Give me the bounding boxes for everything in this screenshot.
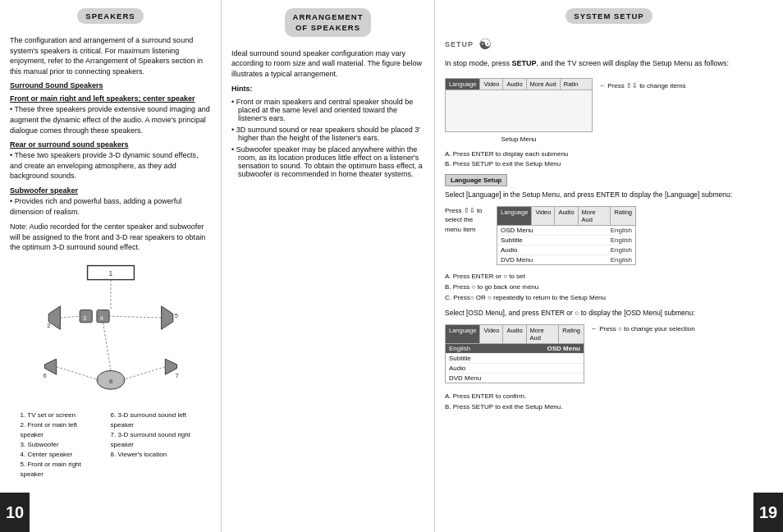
menu-tab-moread: More Aud (527, 79, 561, 89)
sub-title: Subwoofer speaker (10, 186, 211, 195)
lang-menu-box: Language Video Audio More Aud Rating OSD… (497, 206, 636, 265)
speaker-svg: 1 2 3 4 5 6 7 (29, 259, 193, 407)
caption-8: 8. Viewer's location (111, 450, 201, 460)
osd-row-dvd: DVD Menu (446, 374, 584, 383)
caption-2: 2. Front or main left speaker (21, 420, 94, 440)
caption-5: 5. Front or main right speaker (21, 460, 94, 479)
svg-text:1: 1 (108, 269, 112, 277)
lang-tab-moread: More Aud (579, 207, 611, 225)
hint-2: • 3D surround sound or rear speakers sho… (231, 126, 424, 142)
front-title: Front or main right and left speakers; c… (10, 94, 211, 103)
svg-text:3: 3 (82, 314, 85, 322)
svg-line-21 (103, 323, 110, 371)
osd-row-english: English OSD Menu (446, 344, 584, 354)
osd-submenu-wrap: Language Video Audio More Aud Rating Eng… (445, 321, 773, 387)
lang-tab-video: Video (532, 207, 555, 225)
svg-text:8: 8 (108, 378, 112, 385)
lang-note-b: B. Press ○ to go back one menu (445, 282, 773, 293)
lang-tab-audio: Audio (555, 207, 578, 225)
lang-tab-language: Language (497, 207, 532, 225)
speakers-intro: The configuration and arrangement of a s… (10, 35, 211, 76)
arrangement-intro: Ideal surround sound speaker configurati… (231, 48, 424, 80)
hint-1: • Front or main speakers and central spe… (231, 98, 424, 122)
confirm-a: A. Press ENTER to confirm. (445, 392, 773, 402)
speakers-note: Note: Audio recorded for the center spea… (10, 222, 211, 253)
speakers-header: SPEAKERS (77, 8, 143, 24)
lang-notes: A. Press ENTER or ○ to set B. Press ○ to… (445, 272, 773, 303)
lang-note-c: C. Press○ OR ○ repeatedly to return to t… (445, 293, 773, 304)
caption-3: 3. Subwoofer (21, 440, 94, 450)
lang-tab-rating: Rating (611, 207, 635, 225)
osd-tab-video: Video (480, 325, 503, 343)
osd-tab-moread: More Aud (527, 325, 560, 343)
svg-text:5: 5 (174, 312, 177, 319)
caption-col2: 6. 3-D surround sound left speaker 7. 3-… (111, 410, 201, 479)
caption-6: 6. 3-D surround sound left speaker (111, 410, 201, 430)
press-change-items: ← Press ⇧⇩ to change items (599, 75, 686, 92)
osd-press-note: ← Press ○ to change your selection (591, 321, 695, 335)
osd-select-text: Select [OSD Menu], and press ENTER or ○ … (445, 308, 773, 319)
menu-tab-video: Video (480, 79, 503, 89)
sub-text: • Provides rich and powerful bass, addin… (10, 196, 211, 217)
front-text: • These three speakers provide extensive… (10, 104, 211, 135)
setup-icon: ☯ (478, 35, 492, 53)
osd-row-audio: Audio (446, 364, 584, 374)
confirm-notes: A. Press ENTER to confirm. B. Press SETU… (445, 392, 773, 413)
svg-text:6: 6 (43, 372, 46, 379)
lang-submenu-wrap: Press ⇧⇩ to select the menu item Languag… (445, 203, 773, 268)
lang-select-text: Select [Language] in the Setup Menu, and… (445, 190, 773, 200)
caption-list: 1. TV set or screen 2. Front or main lef… (21, 410, 201, 479)
lang-row-audio: Audio English (497, 245, 635, 255)
menu-tab-rating: Ratin (561, 79, 582, 89)
lang-note-a: A. Press ENTER or ○ to set (445, 272, 773, 282)
confirm-b: B. Press SETUP to exit the Setup Menu. (445, 402, 773, 413)
svg-marker-8 (161, 306, 172, 329)
svg-line-19 (56, 367, 98, 380)
arrangement-header: ARRANGEMENT OF SPEAKERS (285, 8, 372, 37)
caption-4: 4. Center speaker (21, 450, 94, 460)
setup-menu-box: Language Video Audio More Aud Ratin (445, 78, 593, 132)
surround-title: Surround Sound Speakers (10, 81, 211, 89)
rear-title: Rear or surround sound speakers (10, 140, 211, 149)
system-setup-header: SYSTEM SETUP (566, 8, 652, 24)
lang-row-osd: OSD Menu English (497, 226, 635, 236)
speaker-diagram: 1 2 3 4 5 6 7 (21, 259, 201, 479)
stop-mode-text: In stop mode, press SETUP, and the TV sc… (445, 58, 773, 70)
osd-tab-language: Language (446, 325, 480, 343)
caption-1: 1. TV set or screen (21, 410, 94, 420)
middle-panel: ARRANGEMENT OF SPEAKERS Ideal surround s… (222, 0, 435, 532)
press-enter-a: A. Press ENTER to display each submenu (445, 149, 773, 159)
caption-7: 7. 3-D surround sound right speaker (111, 430, 201, 450)
left-panel: SPEAKERS The configuration and arrangeme… (0, 0, 222, 532)
svg-text:7: 7 (175, 372, 178, 379)
lang-select-label: Press ⇧⇩ to select the menu item (445, 203, 490, 234)
setup-annotation: A. Press ENTER to display each submenu B… (445, 149, 773, 169)
osd-tab-rating: Rating (559, 325, 584, 343)
lang-row-subtitle: Subtitle English (497, 236, 635, 245)
language-setup-badge: Language Setup (445, 174, 507, 186)
lang-row-dvd: DVD Menu English (497, 255, 635, 264)
svg-text:4: 4 (99, 314, 103, 322)
page-number-left: 10 (0, 493, 30, 532)
setup-label: SETUP (445, 40, 474, 48)
caption-col1: 1. TV set or screen 2. Front or main lef… (21, 410, 94, 479)
svg-line-17 (60, 316, 80, 318)
rear-text: • These two speakers provide 3-D dynamic… (10, 150, 211, 181)
page-number-right: 19 (753, 493, 783, 532)
hints-title: Hints: (231, 84, 424, 94)
osd-menu-box: Language Video Audio More Aud Rating Eng… (445, 324, 584, 383)
svg-line-18 (109, 316, 161, 318)
menu-tab-audio: Audio (503, 79, 526, 89)
setup-menu-wrap: Language Video Audio More Aud Ratin Setu… (445, 75, 773, 143)
setup-menu-label: Setup Menu (445, 135, 593, 143)
svg-text:2: 2 (47, 322, 50, 329)
press-setup-b: B. Press SETUP to exit the Setup Menu (445, 159, 773, 169)
osd-tab-audio: Audio (503, 325, 526, 343)
osd-row-subtitle: Subtitle (446, 354, 584, 364)
right-panel: SYSTEM SETUP SETUP ☯ In stop mode, press… (435, 0, 783, 532)
svg-line-20 (122, 367, 165, 380)
menu-tab-language: Language (446, 79, 480, 89)
hint-3: • Subwoofer speaker may be placed anywhe… (231, 145, 424, 178)
